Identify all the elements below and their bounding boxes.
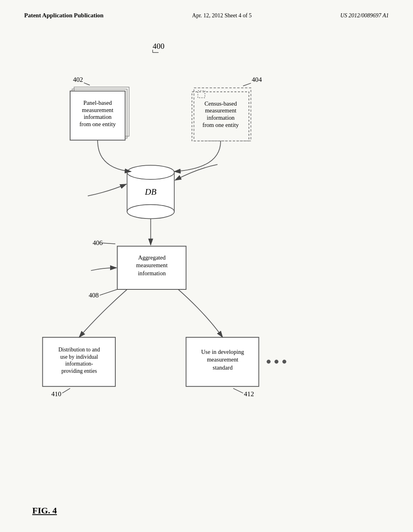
header-patent-number: US 2012/0089697 A1 — [340, 12, 389, 19]
svg-point-23 — [275, 360, 279, 364]
svg-line-15 — [102, 243, 115, 244]
svg-point-13 — [127, 165, 174, 179]
box404-line1: Census-based — [204, 100, 237, 107]
box406-line2: measurement — [136, 262, 168, 268]
box402-line3: information — [84, 114, 112, 120]
label-402: 402 — [73, 76, 83, 83]
label-404: 404 — [252, 76, 262, 83]
svg-line-4 — [84, 83, 90, 85]
header: Patent Application Publication Apr. 12, … — [0, 0, 413, 23]
svg-line-8 — [243, 83, 251, 86]
label-406: 406 — [93, 239, 103, 247]
svg-point-22 — [267, 360, 271, 364]
box410-line3: information- — [65, 361, 93, 367]
figure-400-label: 400 — [152, 42, 164, 50]
header-publication: Patent Application Publication — [24, 12, 104, 19]
svg-point-14 — [127, 205, 174, 219]
svg-point-24 — [282, 360, 286, 364]
db-label: DB — [144, 187, 156, 197]
svg-line-21 — [233, 389, 243, 393]
svg-line-19 — [62, 389, 70, 393]
box412-line2: measurement — [207, 356, 238, 363]
figure-label: FIG. 4 — [32, 505, 57, 516]
box412-line1: Use in developing — [201, 349, 244, 355]
box412-line3: standard — [213, 364, 233, 371]
box402-line1: Panel-based — [83, 100, 112, 106]
box402-line4: from one entity — [79, 121, 116, 127]
svg-line-17 — [100, 289, 117, 295]
box410-line1: Distribution to and — [58, 347, 100, 353]
box402-line2: measurement — [82, 107, 113, 113]
diagram-svg: 400 402 Panel-based measurement informat… — [0, 27, 413, 490]
page: Patent Application Publication Apr. 12, … — [0, 0, 413, 532]
label-412: 412 — [244, 390, 254, 398]
diagram-area: 400 402 Panel-based measurement informat… — [0, 27, 413, 490]
box404-line2: measurement — [205, 107, 236, 114]
box404-line4: from one entity — [202, 122, 239, 128]
box406-line1: Aggregated — [138, 254, 166, 261]
label-410: 410 — [51, 390, 61, 398]
box406-line3: information — [138, 270, 166, 276]
box410-line4: providing enties — [61, 368, 97, 374]
box404-line3: information — [207, 114, 235, 121]
label-408: 408 — [89, 291, 99, 299]
header-date-sheet: Apr. 12, 2012 Sheet 4 of 5 — [192, 12, 252, 19]
box410-line2: use by individual — [60, 354, 98, 360]
